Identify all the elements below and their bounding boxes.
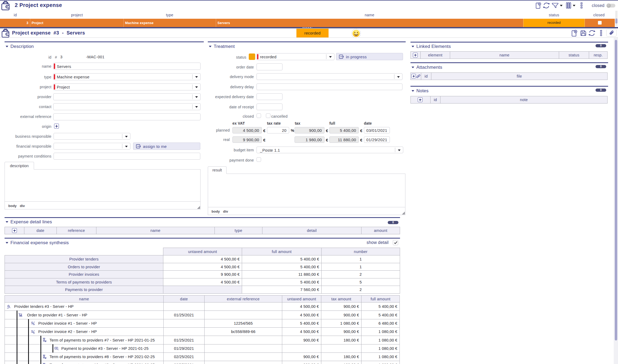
svg-text:$: $ [31, 321, 33, 325]
svg-text:$: $ [31, 330, 33, 334]
